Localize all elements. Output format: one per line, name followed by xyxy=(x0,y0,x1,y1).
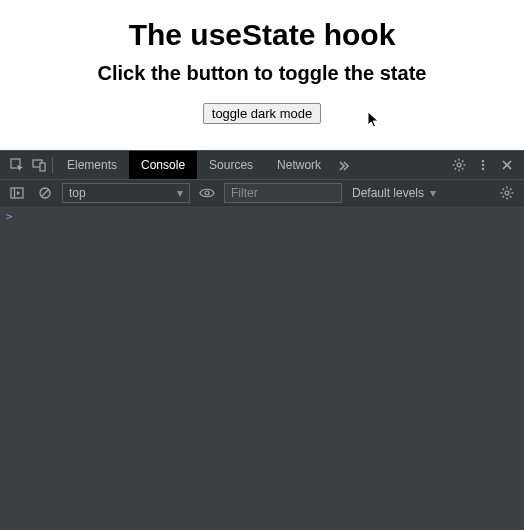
console-filter-input[interactable] xyxy=(224,183,342,203)
svg-line-9 xyxy=(462,168,463,169)
gear-icon[interactable] xyxy=(448,158,470,172)
more-tabs-icon[interactable] xyxy=(333,151,355,179)
toggle-dark-mode-button[interactable]: toggle dark mode xyxy=(203,103,321,124)
svg-line-10 xyxy=(462,161,463,162)
page-subtitle: Click the button to toggle the state xyxy=(0,62,524,85)
svg-line-18 xyxy=(42,189,49,196)
svg-point-13 xyxy=(482,164,484,166)
tab-console[interactable]: Console xyxy=(129,151,197,179)
devtools-panel: Elements Console Sources Network to xyxy=(0,150,524,530)
svg-line-27 xyxy=(510,188,511,189)
kebab-menu-icon[interactable] xyxy=(472,158,494,172)
log-levels-select[interactable]: Default levels ▾ xyxy=(348,186,440,200)
separator xyxy=(52,157,53,173)
device-toolbar-icon[interactable] xyxy=(28,151,50,179)
console-output-area[interactable]: > xyxy=(0,206,524,530)
svg-point-3 xyxy=(457,163,461,167)
tab-sources[interactable]: Sources xyxy=(197,151,265,179)
svg-line-25 xyxy=(503,188,504,189)
log-levels-label: Default levels xyxy=(352,186,424,200)
tab-network[interactable]: Network xyxy=(265,151,333,179)
svg-point-19 xyxy=(205,191,209,195)
console-sidebar-toggle-icon[interactable] xyxy=(6,186,28,200)
app-content-area: The useState hook Click the button to to… xyxy=(0,0,524,150)
clear-console-icon[interactable] xyxy=(34,186,56,200)
devtools-tabbar: Elements Console Sources Network xyxy=(0,151,524,179)
svg-rect-2 xyxy=(40,163,45,171)
svg-line-28 xyxy=(503,196,504,197)
close-icon[interactable] xyxy=(496,159,518,171)
inspect-element-icon[interactable] xyxy=(6,151,28,179)
page-title: The useState hook xyxy=(0,18,524,52)
tab-elements[interactable]: Elements xyxy=(55,151,129,179)
execution-context-value: top xyxy=(69,186,86,200)
chevron-down-icon: ▾ xyxy=(430,186,436,200)
console-toolbar: top ▾ Default levels ▾ xyxy=(0,179,524,206)
chevron-down-icon: ▾ xyxy=(177,186,183,200)
svg-point-14 xyxy=(482,168,484,170)
svg-point-12 xyxy=(482,160,484,162)
live-expression-icon[interactable] xyxy=(196,187,218,199)
svg-line-8 xyxy=(455,161,456,162)
svg-line-11 xyxy=(455,168,456,169)
svg-line-26 xyxy=(510,196,511,197)
execution-context-select[interactable]: top ▾ xyxy=(62,183,190,203)
console-settings-gear-icon[interactable] xyxy=(496,186,518,200)
console-prompt: > xyxy=(6,210,13,223)
svg-point-20 xyxy=(505,191,509,195)
